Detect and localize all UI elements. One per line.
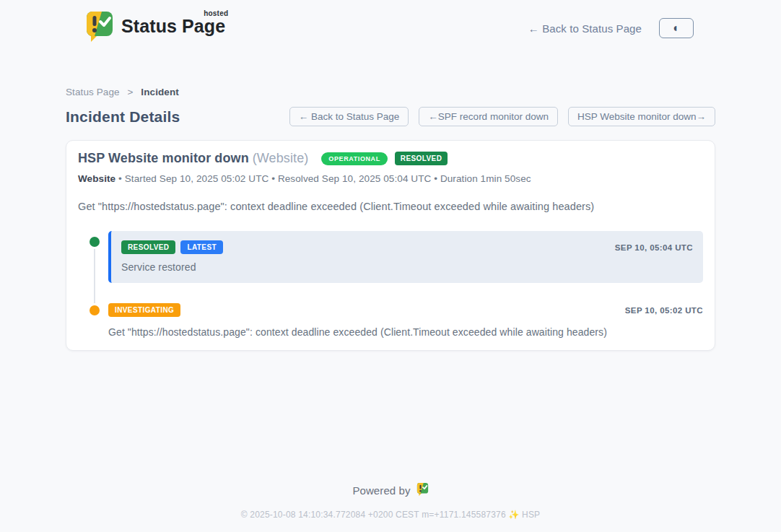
breadcrumb-status-page[interactable]: Status Page: [66, 87, 120, 97]
next-incident-button[interactable]: HSP Website monitor down→: [568, 107, 715, 126]
copyright-text: © 2025-10-08 14:10:34.772084 +0200 CEST …: [0, 510, 781, 520]
timeline-message: Service restored: [121, 261, 693, 273]
timeline-dot-green: [90, 237, 100, 247]
incident-meta: Website • Started Sep 10, 2025 05:02 UTC…: [78, 173, 703, 184]
incident-nav-buttons: ← Back to Status Page ←SPF record monito…: [289, 107, 715, 126]
title-row: Incident Details ← Back to Status Page ←…: [66, 107, 715, 126]
incident-component-label: (Website): [253, 151, 309, 166]
incident-description: Get "https://hostedstatus.page": context…: [78, 201, 703, 212]
resolved-status-badge: RESOLVED: [395, 152, 448, 165]
header-back-link[interactable]: ← Back to Status Page: [528, 22, 642, 35]
operational-status-badge: OPERATIONAL: [321, 152, 387, 165]
breadcrumb: Status Page > Incident: [66, 87, 715, 97]
breadcrumb-incident: Incident: [141, 87, 179, 97]
page-title: Incident Details: [66, 108, 180, 126]
powered-by-label: Powered by: [352, 484, 410, 497]
timeline-badges: INVESTIGATING: [108, 303, 180, 317]
timeline-timestamp: SEP 10, 05:02 UTC: [625, 306, 703, 315]
timeline-timestamp: SEP 10, 05:04 UTC: [615, 243, 693, 252]
breadcrumb-separator: >: [128, 87, 134, 97]
incident-title: HSP Website monitor down: [78, 151, 249, 166]
half-circle-contrast-icon: ◐: [673, 22, 680, 34]
timeline-message: Get "https://hostedstatus.page": context…: [108, 326, 703, 338]
back-to-status-page-button[interactable]: ← Back to Status Page: [289, 107, 409, 126]
powered-by-link[interactable]: Powered by: [352, 482, 428, 499]
powered-by-logo-icon: [416, 482, 429, 499]
header: Status Page hosted ← Back to Status Page…: [0, 0, 781, 46]
logo-title: Status Page hosted: [121, 16, 225, 37]
timeline-badges: RESOLVED LATEST: [121, 240, 223, 254]
logo-hosted-badge: hosted: [204, 9, 228, 17]
resolved-badge: RESOLVED: [121, 240, 175, 254]
incident-meta-details: • Started Sep 10, 2025 05:02 UTC • Resol…: [115, 173, 531, 184]
theme-toggle-button[interactable]: ◐: [659, 18, 694, 38]
timeline-item-resolved: RESOLVED LATEST SEP 10, 05:04 UTC Servic…: [78, 231, 703, 283]
previous-incident-button[interactable]: ←SPF record monitor down: [419, 107, 558, 126]
timeline-item-investigating: INVESTIGATING SEP 10, 05:02 UTC Get "htt…: [78, 303, 703, 338]
latest-badge: LATEST: [180, 240, 223, 254]
timeline-highlight-box: RESOLVED LATEST SEP 10, 05:04 UTC Servic…: [108, 231, 703, 283]
footer: Powered by © 2025-10-08 14:10:34.772084 …: [0, 482, 781, 520]
logo[interactable]: Status Page hosted: [85, 10, 225, 46]
investigating-badge: INVESTIGATING: [108, 303, 180, 317]
incident-meta-component: Website: [78, 173, 115, 184]
header-actions: ← Back to Status Page ◐: [528, 18, 694, 38]
timeline-item-header: INVESTIGATING SEP 10, 05:02 UTC: [108, 303, 703, 317]
timeline-dot-orange: [90, 305, 100, 315]
status-page-logo-icon: [85, 10, 114, 46]
incident-title-row: HSP Website monitor down (Website) OPERA…: [78, 151, 703, 166]
incident-card: HSP Website monitor down (Website) OPERA…: [66, 140, 715, 351]
main-content: Status Page > Incident Incident Details …: [66, 87, 715, 351]
incident-timeline: RESOLVED LATEST SEP 10, 05:04 UTC Servic…: [78, 231, 703, 338]
timeline-item-header: RESOLVED LATEST SEP 10, 05:04 UTC: [121, 240, 693, 254]
